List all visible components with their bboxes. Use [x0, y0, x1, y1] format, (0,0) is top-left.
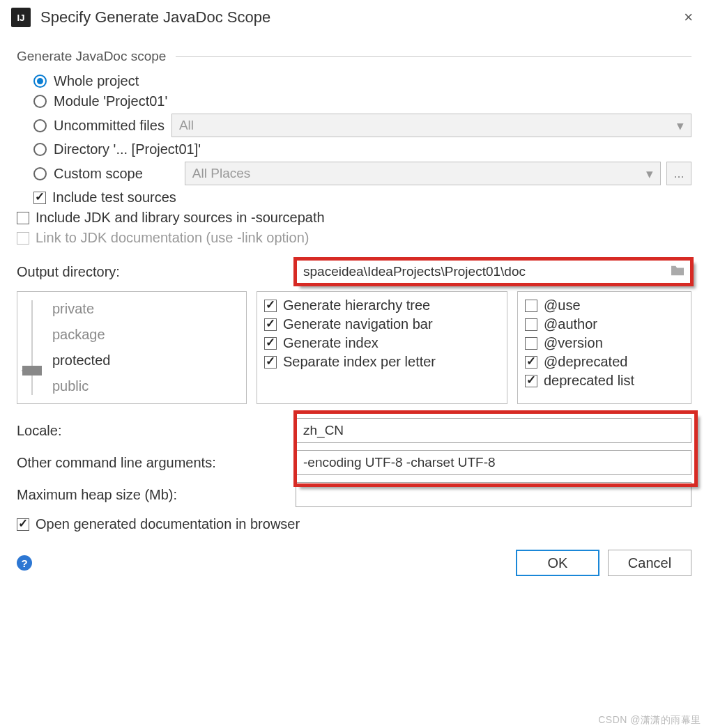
checkbox-indicator	[264, 356, 277, 369]
radio-indicator	[33, 119, 47, 132]
checkbox-indicator	[264, 318, 277, 331]
gen-nav-check[interactable]: Generate navigation bar	[264, 315, 500, 334]
output-dir-input[interactable]: spaceidea\IdeaProjects\Project01\doc	[296, 259, 691, 284]
checkbox-indicator	[525, 337, 537, 350]
radio-directory[interactable]: Directory '... [Project01]'	[17, 139, 691, 160]
check-label: Include JDK and library sources in -sour…	[36, 210, 325, 226]
check-label: Generate index	[283, 335, 379, 351]
tag-deprecated-list-check[interactable]: deprecated list	[525, 371, 684, 390]
app-icon: IJ	[11, 8, 31, 27]
checkbox-indicator	[525, 375, 537, 387]
radio-custom-scope[interactable]: Custom scope All Places ▾ ...	[17, 160, 691, 187]
output-dir-value: spaceidea\IdeaProjects\Project01\doc	[303, 264, 526, 279]
checkbox-indicator	[33, 192, 46, 204]
check-label: Include test sources	[52, 189, 176, 206]
visibility-private[interactable]: private	[49, 296, 238, 322]
titlebar: IJ Specify Generate JavaDoc Scope ×	[0, 0, 711, 38]
dialog-buttons: ? OK Cancel	[0, 541, 711, 576]
radio-module[interactable]: Module 'Project01'	[17, 91, 691, 111]
check-label: Open generated documentation in browser	[36, 516, 300, 532]
cancel-button[interactable]: Cancel	[608, 550, 691, 576]
locale-label: Locale:	[17, 423, 296, 439]
locale-input[interactable]: zh_CN	[296, 418, 691, 443]
heap-input[interactable]	[296, 482, 691, 507]
combo-value: All Places	[192, 166, 250, 181]
radio-label: Whole project	[54, 73, 139, 89]
slider-track	[31, 300, 33, 395]
radio-uncommitted[interactable]: Uncommitted files All ▾	[17, 111, 691, 139]
radio-indicator	[33, 75, 47, 88]
checkbox-indicator	[264, 300, 277, 312]
tag-version-check[interactable]: @version	[525, 334, 684, 353]
check-label: deprecated list	[544, 373, 634, 389]
custom-scope-combo[interactable]: All Places ▾	[185, 162, 661, 185]
close-icon[interactable]: ×	[677, 6, 700, 29]
check-label: @version	[544, 335, 603, 351]
visibility-slider-panel: private package protected public	[17, 291, 247, 404]
window-title: Specify Generate JavaDoc Scope	[40, 8, 270, 26]
check-label: @use	[544, 297, 581, 313]
args-value: -encoding UTF-8 -charset UTF-8	[303, 455, 496, 470]
edit-scopes-button[interactable]: ...	[666, 162, 691, 185]
include-jdk-check[interactable]: Include JDK and library sources in -sour…	[17, 208, 691, 228]
generate-options-panel: Generate hierarchy tree Generate navigat…	[257, 291, 507, 404]
watermark: CSDN @潇潇的雨幕里	[598, 714, 701, 727]
chevron-down-icon: ▾	[646, 166, 653, 182]
checkbox-indicator	[525, 318, 537, 331]
output-dir-label: Output directory:	[17, 264, 296, 280]
radio-label: Uncommitted files	[54, 118, 165, 134]
tag-options-panel: @use @author @version @deprecated deprec…	[517, 291, 691, 404]
checkbox-indicator	[264, 337, 277, 350]
check-label: Separate index per letter	[283, 354, 436, 370]
check-label: @author	[544, 316, 597, 332]
uncommitted-changelist-combo[interactable]: All ▾	[171, 114, 691, 137]
check-label: Generate hierarchy tree	[283, 297, 430, 313]
check-label: Generate navigation bar	[283, 316, 433, 332]
visibility-public[interactable]: public	[49, 373, 238, 399]
slider-thumb[interactable]	[22, 366, 42, 375]
ok-button[interactable]: OK	[516, 550, 599, 576]
gen-hierarchy-check[interactable]: Generate hierarchy tree	[264, 296, 500, 315]
radio-whole-project[interactable]: Whole project	[17, 71, 691, 91]
check-label: Link to JDK documentation (use -link opt…	[36, 230, 309, 246]
radio-label: Module 'Project01'	[54, 93, 167, 109]
checkbox-indicator	[17, 518, 29, 531]
checkbox-indicator	[17, 232, 29, 245]
locale-value: zh_CN	[303, 423, 344, 438]
checkbox-indicator	[525, 300, 537, 312]
tag-author-check[interactable]: @author	[525, 315, 684, 334]
radio-label: Directory '... [Project01]'	[54, 141, 201, 157]
include-tests-check[interactable]: Include test sources	[17, 187, 691, 208]
radio-label: Custom scope	[54, 166, 143, 182]
gen-sep-index-check[interactable]: Separate index per letter	[264, 353, 500, 371]
tag-use-check[interactable]: @use	[525, 296, 684, 315]
link-jdk-check: Link to JDK documentation (use -link opt…	[17, 228, 691, 248]
checkbox-indicator	[525, 356, 537, 369]
tag-deprecated-check[interactable]: @deprecated	[525, 353, 684, 371]
check-label: @deprecated	[544, 354, 627, 370]
radio-indicator	[33, 167, 47, 180]
visibility-slider[interactable]	[20, 296, 44, 399]
options-panels: private package protected public Generat…	[17, 291, 691, 404]
visibility-package[interactable]: package	[49, 322, 238, 348]
visibility-protected[interactable]: protected	[49, 348, 238, 373]
args-input[interactable]: -encoding UTF-8 -charset UTF-8	[296, 450, 691, 475]
radio-indicator	[33, 95, 47, 108]
open-browser-check[interactable]: Open generated documentation in browser	[17, 514, 691, 534]
scope-section-header: Generate JavaDoc scope	[17, 49, 691, 64]
scope-section-label: Generate JavaDoc scope	[17, 49, 166, 64]
args-label: Other command line arguments:	[17, 455, 296, 471]
chevron-down-icon: ▾	[677, 118, 684, 134]
folder-icon[interactable]	[670, 264, 685, 277]
help-icon[interactable]: ?	[17, 555, 32, 571]
gen-index-check[interactable]: Generate index	[264, 334, 500, 353]
radio-indicator	[33, 143, 47, 156]
divider	[176, 56, 691, 57]
heap-label: Maximum heap size (Mb):	[17, 487, 296, 503]
checkbox-indicator	[17, 212, 29, 224]
combo-value: All	[179, 118, 194, 133]
